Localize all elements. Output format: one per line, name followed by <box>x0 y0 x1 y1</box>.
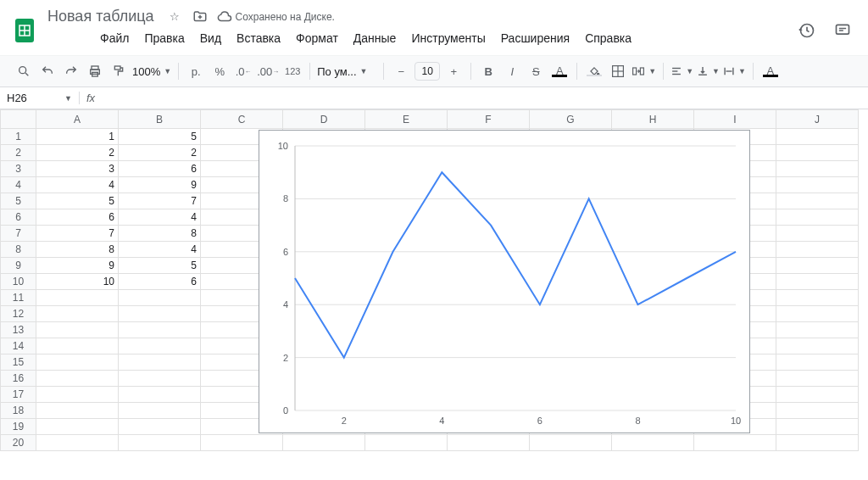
row-header-10[interactable]: 10 <box>1 274 36 290</box>
font-size-input[interactable]: 10 <box>415 62 440 81</box>
percent-button[interactable]: % <box>209 61 230 81</box>
column-header-C[interactable]: C <box>201 110 283 129</box>
star-icon[interactable]: ☆ <box>166 8 183 25</box>
cell-E20[interactable] <box>365 435 448 451</box>
cell-J11[interactable] <box>776 290 859 306</box>
cell-A2[interactable]: 2 <box>36 145 119 161</box>
font-family-dropdown[interactable]: По ум...▼ <box>317 65 376 78</box>
column-header-E[interactable]: E <box>365 110 448 129</box>
zoom-dropdown[interactable]: 100%▼ <box>132 65 171 78</box>
history-icon[interactable] <box>798 22 815 39</box>
decrease-decimal-button[interactable]: .0← <box>233 61 253 81</box>
redo-button[interactable] <box>61 61 81 81</box>
document-title[interactable]: Новая таблица <box>44 7 158 26</box>
row-header-20[interactable]: 20 <box>1 435 36 451</box>
cell-B16[interactable] <box>119 371 201 387</box>
cell-J9[interactable] <box>776 258 859 274</box>
select-all-corner[interactable] <box>1 110 36 129</box>
cell-B5[interactable]: 7 <box>119 193 201 209</box>
name-box[interactable]: H26 ▼ <box>0 92 80 104</box>
sheets-logo[interactable] <box>14 16 36 45</box>
cell-F20[interactable] <box>448 435 530 451</box>
row-header-4[interactable]: 4 <box>1 177 36 193</box>
cell-B7[interactable]: 8 <box>119 226 201 242</box>
cell-J20[interactable] <box>776 435 859 451</box>
row-header-14[interactable]: 14 <box>1 338 36 354</box>
currency-button[interactable]: р. <box>186 61 206 81</box>
cell-J8[interactable] <box>776 242 859 258</box>
cell-A18[interactable] <box>36 403 119 419</box>
embedded-chart[interactable]: 0246810246810 <box>259 130 750 433</box>
cell-B6[interactable]: 4 <box>119 209 201 226</box>
number-format-button[interactable]: 123 <box>282 61 303 81</box>
row-header-8[interactable]: 8 <box>1 242 36 258</box>
cell-G20[interactable] <box>530 435 612 451</box>
cell-J17[interactable] <box>776 387 859 403</box>
cell-A17[interactable] <box>36 387 119 403</box>
menu-файл[interactable]: Файл <box>93 28 136 48</box>
comments-icon[interactable] <box>834 22 851 39</box>
cell-J3[interactable] <box>776 161 859 177</box>
paint-format-button[interactable] <box>108 61 129 81</box>
undo-button[interactable] <box>37 61 58 81</box>
move-to-folder-icon[interactable] <box>192 8 209 25</box>
row-header-11[interactable]: 11 <box>1 290 36 306</box>
row-header-2[interactable]: 2 <box>1 145 36 161</box>
fill-color-button[interactable] <box>584 61 604 81</box>
cell-A9[interactable]: 9 <box>36 258 119 274</box>
cell-J14[interactable] <box>776 338 859 354</box>
merge-cells-button[interactable]: ▼ <box>632 61 656 81</box>
cell-B11[interactable] <box>119 290 201 306</box>
column-header-G[interactable]: G <box>530 110 612 129</box>
cell-J12[interactable] <box>776 306 859 322</box>
row-header-17[interactable]: 17 <box>1 387 36 403</box>
cell-B10[interactable]: 6 <box>119 274 201 290</box>
row-header-13[interactable]: 13 <box>1 322 36 338</box>
row-header-7[interactable]: 7 <box>1 226 36 242</box>
cell-A19[interactable] <box>36 419 119 435</box>
column-header-J[interactable]: J <box>776 110 859 129</box>
cell-B12[interactable] <box>119 306 201 322</box>
column-header-H[interactable]: H <box>612 110 694 129</box>
cell-B17[interactable] <box>119 387 201 403</box>
cell-D20[interactable] <box>283 435 365 451</box>
cell-B20[interactable] <box>119 435 201 451</box>
menu-формат[interactable]: Формат <box>289 28 345 48</box>
row-header-18[interactable]: 18 <box>1 403 36 419</box>
cell-B4[interactable]: 9 <box>119 177 201 193</box>
cell-B14[interactable] <box>119 338 201 354</box>
cell-A3[interactable]: 3 <box>36 161 119 177</box>
cell-B1[interactable]: 5 <box>119 129 201 145</box>
column-header-B[interactable]: B <box>119 110 201 129</box>
row-header-3[interactable]: 3 <box>1 161 36 177</box>
cell-A8[interactable]: 8 <box>36 242 119 258</box>
cell-B2[interactable]: 2 <box>119 145 201 161</box>
text-wrap-button[interactable]: ▼ <box>723 61 746 81</box>
menu-вид[interactable]: Вид <box>193 28 228 48</box>
cell-J19[interactable] <box>776 419 859 435</box>
cell-A16[interactable] <box>36 371 119 387</box>
italic-button[interactable]: I <box>502 61 522 81</box>
vertical-align-button[interactable]: ▼ <box>697 61 720 81</box>
row-header-19[interactable]: 19 <box>1 419 36 435</box>
cell-B19[interactable] <box>119 419 201 435</box>
print-button[interactable] <box>85 61 105 81</box>
cell-J1[interactable] <box>776 129 859 145</box>
search-icon[interactable] <box>14 61 34 81</box>
cell-A15[interactable] <box>36 354 119 371</box>
menu-данные[interactable]: Данные <box>347 28 403 48</box>
cell-A12[interactable] <box>36 306 119 322</box>
cell-A14[interactable] <box>36 338 119 354</box>
cell-B3[interactable]: 6 <box>119 161 201 177</box>
cell-B15[interactable] <box>119 354 201 371</box>
cell-B8[interactable]: 4 <box>119 242 201 258</box>
increase-decimal-button[interactable]: .00→ <box>257 61 279 81</box>
column-header-F[interactable]: F <box>448 110 530 129</box>
row-header-1[interactable]: 1 <box>1 129 36 145</box>
cell-J10[interactable] <box>776 274 859 290</box>
cell-A10[interactable]: 10 <box>36 274 119 290</box>
cell-A6[interactable]: 6 <box>36 209 119 226</box>
row-header-15[interactable]: 15 <box>1 354 36 371</box>
row-header-12[interactable]: 12 <box>1 306 36 322</box>
column-header-A[interactable]: A <box>36 110 119 129</box>
